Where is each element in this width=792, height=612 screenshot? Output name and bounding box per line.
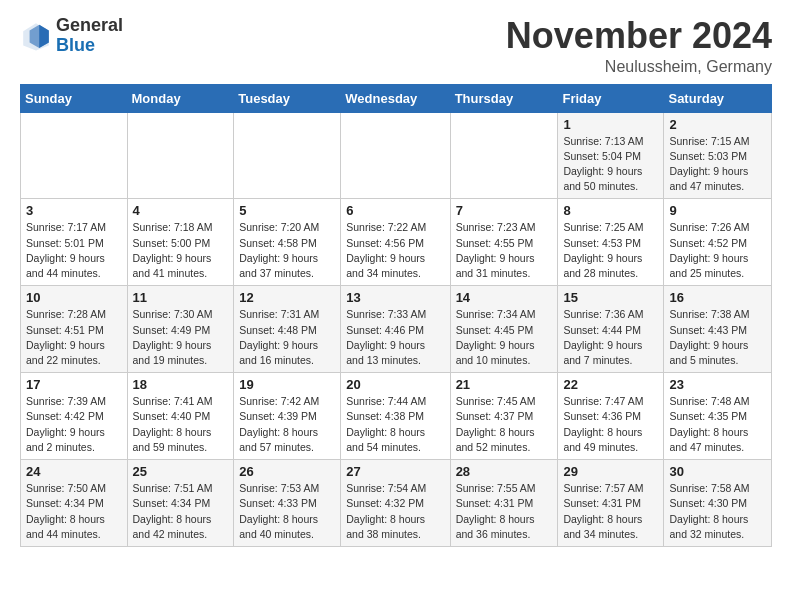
day-number: 15 [563,290,658,305]
col-monday: Monday [127,84,234,112]
day-number: 3 [26,203,122,218]
day-number: 9 [669,203,766,218]
day-cell: 25Sunrise: 7:51 AM Sunset: 4:34 PM Dayli… [127,460,234,547]
day-info: Sunrise: 7:54 AM Sunset: 4:32 PM Dayligh… [346,481,444,542]
day-cell: 24Sunrise: 7:50 AM Sunset: 4:34 PM Dayli… [21,460,128,547]
day-cell: 16Sunrise: 7:38 AM Sunset: 4:43 PM Dayli… [664,286,772,373]
day-info: Sunrise: 7:47 AM Sunset: 4:36 PM Dayligh… [563,394,658,455]
day-number: 25 [133,464,229,479]
calendar-body: 1Sunrise: 7:13 AM Sunset: 5:04 PM Daylig… [21,112,772,546]
day-number: 22 [563,377,658,392]
header: General Blue November 2024 Neulussheim, … [20,16,772,76]
day-number: 5 [239,203,335,218]
day-info: Sunrise: 7:22 AM Sunset: 4:56 PM Dayligh… [346,220,444,281]
day-number: 30 [669,464,766,479]
logo: General Blue [20,16,123,56]
day-info: Sunrise: 7:28 AM Sunset: 4:51 PM Dayligh… [26,307,122,368]
day-info: Sunrise: 7:50 AM Sunset: 4:34 PM Dayligh… [26,481,122,542]
day-info: Sunrise: 7:42 AM Sunset: 4:39 PM Dayligh… [239,394,335,455]
day-number: 24 [26,464,122,479]
day-info: Sunrise: 7:18 AM Sunset: 5:00 PM Dayligh… [133,220,229,281]
day-cell: 18Sunrise: 7:41 AM Sunset: 4:40 PM Dayli… [127,373,234,460]
location-subtitle: Neulussheim, Germany [506,58,772,76]
day-cell: 7Sunrise: 7:23 AM Sunset: 4:55 PM Daylig… [450,199,558,286]
day-number: 11 [133,290,229,305]
day-info: Sunrise: 7:38 AM Sunset: 4:43 PM Dayligh… [669,307,766,368]
week-row-4: 17Sunrise: 7:39 AM Sunset: 4:42 PM Dayli… [21,373,772,460]
day-info: Sunrise: 7:48 AM Sunset: 4:35 PM Dayligh… [669,394,766,455]
day-number: 10 [26,290,122,305]
day-number: 4 [133,203,229,218]
day-cell: 26Sunrise: 7:53 AM Sunset: 4:33 PM Dayli… [234,460,341,547]
day-info: Sunrise: 7:44 AM Sunset: 4:38 PM Dayligh… [346,394,444,455]
day-info: Sunrise: 7:39 AM Sunset: 4:42 PM Dayligh… [26,394,122,455]
calendar-header: Sunday Monday Tuesday Wednesday Thursday… [21,84,772,112]
day-info: Sunrise: 7:15 AM Sunset: 5:03 PM Dayligh… [669,134,766,195]
day-cell: 5Sunrise: 7:20 AM Sunset: 4:58 PM Daylig… [234,199,341,286]
day-cell: 12Sunrise: 7:31 AM Sunset: 4:48 PM Dayli… [234,286,341,373]
day-number: 18 [133,377,229,392]
week-row-5: 24Sunrise: 7:50 AM Sunset: 4:34 PM Dayli… [21,460,772,547]
col-thursday: Thursday [450,84,558,112]
title-block: November 2024 Neulussheim, Germany [506,16,772,76]
day-cell: 14Sunrise: 7:34 AM Sunset: 4:45 PM Dayli… [450,286,558,373]
day-cell: 30Sunrise: 7:58 AM Sunset: 4:30 PM Dayli… [664,460,772,547]
day-info: Sunrise: 7:26 AM Sunset: 4:52 PM Dayligh… [669,220,766,281]
day-cell [127,112,234,199]
day-number: 8 [563,203,658,218]
day-info: Sunrise: 7:13 AM Sunset: 5:04 PM Dayligh… [563,134,658,195]
day-cell: 28Sunrise: 7:55 AM Sunset: 4:31 PM Dayli… [450,460,558,547]
day-info: Sunrise: 7:41 AM Sunset: 4:40 PM Dayligh… [133,394,229,455]
day-number: 26 [239,464,335,479]
week-row-1: 1Sunrise: 7:13 AM Sunset: 5:04 PM Daylig… [21,112,772,199]
page: General Blue November 2024 Neulussheim, … [0,0,792,563]
day-cell [21,112,128,199]
day-cell: 21Sunrise: 7:45 AM Sunset: 4:37 PM Dayli… [450,373,558,460]
calendar-table: Sunday Monday Tuesday Wednesday Thursday… [20,84,772,547]
day-info: Sunrise: 7:57 AM Sunset: 4:31 PM Dayligh… [563,481,658,542]
week-row-3: 10Sunrise: 7:28 AM Sunset: 4:51 PM Dayli… [21,286,772,373]
header-row: Sunday Monday Tuesday Wednesday Thursday… [21,84,772,112]
day-info: Sunrise: 7:33 AM Sunset: 4:46 PM Dayligh… [346,307,444,368]
day-cell: 11Sunrise: 7:30 AM Sunset: 4:49 PM Dayli… [127,286,234,373]
week-row-2: 3Sunrise: 7:17 AM Sunset: 5:01 PM Daylig… [21,199,772,286]
day-number: 6 [346,203,444,218]
day-number: 16 [669,290,766,305]
day-number: 19 [239,377,335,392]
day-cell: 2Sunrise: 7:15 AM Sunset: 5:03 PM Daylig… [664,112,772,199]
day-cell: 20Sunrise: 7:44 AM Sunset: 4:38 PM Dayli… [341,373,450,460]
day-cell: 17Sunrise: 7:39 AM Sunset: 4:42 PM Dayli… [21,373,128,460]
day-number: 2 [669,117,766,132]
logo-blue: Blue [56,35,95,55]
day-cell [450,112,558,199]
day-number: 20 [346,377,444,392]
col-wednesday: Wednesday [341,84,450,112]
day-info: Sunrise: 7:25 AM Sunset: 4:53 PM Dayligh… [563,220,658,281]
day-cell: 22Sunrise: 7:47 AM Sunset: 4:36 PM Dayli… [558,373,664,460]
day-number: 27 [346,464,444,479]
day-cell [341,112,450,199]
day-cell: 15Sunrise: 7:36 AM Sunset: 4:44 PM Dayli… [558,286,664,373]
day-cell: 27Sunrise: 7:54 AM Sunset: 4:32 PM Dayli… [341,460,450,547]
day-info: Sunrise: 7:53 AM Sunset: 4:33 PM Dayligh… [239,481,335,542]
day-number: 17 [26,377,122,392]
day-cell: 19Sunrise: 7:42 AM Sunset: 4:39 PM Dayli… [234,373,341,460]
col-tuesday: Tuesday [234,84,341,112]
day-cell: 1Sunrise: 7:13 AM Sunset: 5:04 PM Daylig… [558,112,664,199]
day-info: Sunrise: 7:45 AM Sunset: 4:37 PM Dayligh… [456,394,553,455]
col-saturday: Saturday [664,84,772,112]
col-friday: Friday [558,84,664,112]
month-title: November 2024 [506,16,772,56]
day-cell: 29Sunrise: 7:57 AM Sunset: 4:31 PM Dayli… [558,460,664,547]
day-cell: 10Sunrise: 7:28 AM Sunset: 4:51 PM Dayli… [21,286,128,373]
day-info: Sunrise: 7:23 AM Sunset: 4:55 PM Dayligh… [456,220,553,281]
day-number: 7 [456,203,553,218]
day-number: 13 [346,290,444,305]
day-info: Sunrise: 7:58 AM Sunset: 4:30 PM Dayligh… [669,481,766,542]
day-cell [234,112,341,199]
day-number: 1 [563,117,658,132]
day-info: Sunrise: 7:17 AM Sunset: 5:01 PM Dayligh… [26,220,122,281]
col-sunday: Sunday [21,84,128,112]
day-info: Sunrise: 7:31 AM Sunset: 4:48 PM Dayligh… [239,307,335,368]
day-info: Sunrise: 7:55 AM Sunset: 4:31 PM Dayligh… [456,481,553,542]
